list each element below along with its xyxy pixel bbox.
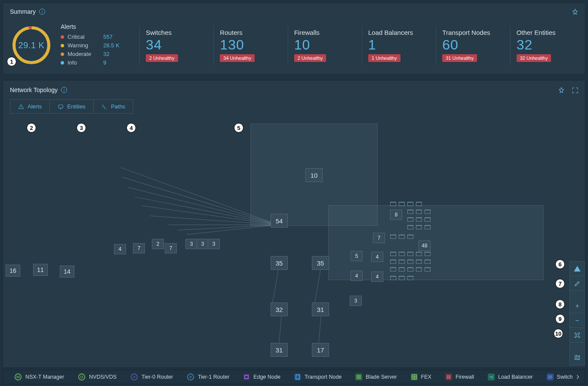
svg-point-6	[79, 374, 85, 380]
legend-edge-node[interactable]: Edge Node	[236, 374, 287, 380]
legend-tier1-router[interactable]: Tier-1 Router	[180, 373, 236, 381]
legend-transport-node[interactable]: Transport Node	[287, 374, 348, 380]
stat-transport-nodes[interactable]: Transport Nodes 60 31 Unhealthy	[442, 19, 504, 71]
stat-routers[interactable]: Routers 130 34 Unhealthy	[220, 19, 281, 71]
alert-row-critical[interactable]: Critical 557	[61, 33, 125, 41]
stat-label: Routers	[220, 29, 281, 36]
callout-6: 6	[555, 259, 565, 269]
alert-row-info[interactable]: Info 9	[61, 59, 125, 67]
topology-node[interactable]: 2	[152, 239, 164, 249]
topology-node[interactable]: 11	[33, 264, 48, 276]
host-glyph	[390, 202, 396, 206]
stat-value: 1	[368, 38, 430, 52]
legend-load-balancer[interactable]: Load Balancer	[481, 374, 540, 380]
monitor-icon	[58, 104, 64, 110]
topology-node[interactable]: 16	[6, 265, 20, 277]
tab-alerts[interactable]: Alerts	[10, 100, 50, 113]
info-icon[interactable]: i	[61, 87, 67, 93]
tab-paths[interactable]: Paths	[94, 100, 133, 113]
tool-zoom-in[interactable]	[570, 299, 585, 313]
topology-node[interactable]: 7	[133, 243, 145, 253]
square-icon	[445, 374, 452, 380]
legend-label: Firewall	[456, 374, 474, 380]
separator	[510, 26, 511, 65]
pin-icon[interactable]	[571, 8, 579, 16]
stat-switches[interactable]: Switches 34 2 Unhealthy	[146, 19, 207, 71]
legend-scroll-right[interactable]	[572, 370, 583, 384]
alert-label: Moderate	[68, 50, 100, 59]
callout-9: 9	[555, 314, 565, 324]
stat-other-entities[interactable]: Other Entities 32 32 Unhealthy	[517, 19, 578, 71]
host-glyph	[390, 259, 396, 264]
topology-node[interactable]: 3	[350, 296, 362, 306]
topology-node[interactable]: 35	[271, 256, 288, 270]
host-glyph	[425, 252, 431, 256]
legend-tier0-router[interactable]: Tier-0 Router	[123, 373, 180, 381]
topology-canvas[interactable]: 10 54 35 35 32 31 31 17 16 11 14 4 7 2 7…	[3, 80, 585, 367]
info-icon[interactable]: i	[39, 9, 45, 15]
topology-node[interactable]: 4	[351, 271, 363, 281]
tool-edit[interactable]	[570, 276, 585, 291]
host-glyph	[399, 202, 405, 206]
stat-firewalls[interactable]: Firewalls 10 2 Unhealthy	[294, 19, 356, 71]
alert-value: 9	[103, 59, 125, 67]
host-glyph	[425, 217, 431, 222]
callout-5: 5	[234, 123, 243, 133]
square-icon	[411, 374, 418, 380]
topology-node[interactable]: 3	[185, 239, 197, 249]
legend-label: Switch	[557, 374, 573, 380]
topology-node[interactable]: 54	[271, 214, 288, 228]
topology-node[interactable]: 7	[165, 243, 177, 253]
topology-node[interactable]: 10	[305, 168, 323, 182]
host-glyph	[399, 235, 405, 239]
tool-alerts-overlay[interactable]	[570, 262, 585, 276]
tool-fit[interactable]	[570, 328, 585, 343]
callout-2: 2	[27, 123, 36, 133]
stat-label: Other Entities	[517, 29, 578, 36]
topology-node[interactable]: 32	[271, 303, 288, 316]
unhealthy-badge: 31 Unhealthy	[442, 54, 477, 62]
legend-nsx-t-manager[interactable]: NSX-T Manager	[7, 373, 71, 381]
pin-icon[interactable]	[557, 86, 565, 94]
host-glyph	[407, 252, 413, 256]
host-glyph	[407, 276, 413, 280]
stat-value: 130	[220, 38, 281, 52]
alerts-donut[interactable]: 29.1 K	[10, 24, 53, 67]
topology-node[interactable]: 7	[373, 233, 385, 243]
topology-node[interactable]: 48	[419, 241, 431, 251]
alert-row-warning[interactable]: Warning 28.5 K	[61, 41, 125, 50]
topology-node[interactable]: 4	[371, 272, 383, 282]
legend-fex[interactable]: FEX	[404, 374, 438, 380]
topology-node[interactable]: 3	[208, 239, 220, 249]
stat-load-balancers[interactable]: Load Balancers 1 1 Unhealthy	[368, 19, 430, 71]
callout-1: 1	[7, 57, 16, 66]
tab-label: Paths	[111, 103, 125, 110]
topology-node[interactable]: 4	[371, 252, 383, 262]
tab-entities[interactable]: Entities	[50, 100, 94, 113]
legend-firewall[interactable]: Firewall	[438, 374, 481, 380]
topology-node[interactable]: 31	[312, 303, 329, 316]
topology-node[interactable]: 8	[390, 210, 402, 220]
stat-value: 60	[442, 38, 504, 52]
topology-node[interactable]: 31	[271, 343, 288, 357]
callout-8: 8	[555, 300, 565, 309]
host-glyph	[390, 235, 396, 239]
legend-blade-server[interactable]: Blade Server	[348, 374, 403, 380]
host-glyph	[399, 267, 405, 272]
topology-node[interactable]: 14	[60, 266, 74, 278]
fullscreen-icon[interactable]	[571, 86, 579, 94]
tool-minimap[interactable]	[570, 350, 585, 365]
topology-node[interactable]: 35	[312, 256, 329, 270]
svg-rect-11	[296, 375, 299, 379]
dot-icon	[61, 44, 64, 47]
circle-icon	[130, 373, 138, 381]
network-topology-panel: Network Topology i Alerts Entities Paths	[3, 80, 585, 368]
legend-nvds-vds[interactable]: NVDS/VDS	[71, 373, 123, 381]
alert-row-moderate[interactable]: Moderate 32	[61, 50, 125, 59]
topology-node[interactable]: 17	[312, 343, 329, 357]
tool-zoom-out[interactable]	[570, 313, 585, 328]
topology-node[interactable]: 4	[114, 244, 126, 254]
circle-icon	[14, 373, 22, 381]
topology-node[interactable]: 3	[197, 239, 209, 249]
topology-node[interactable]: 5	[351, 251, 363, 261]
